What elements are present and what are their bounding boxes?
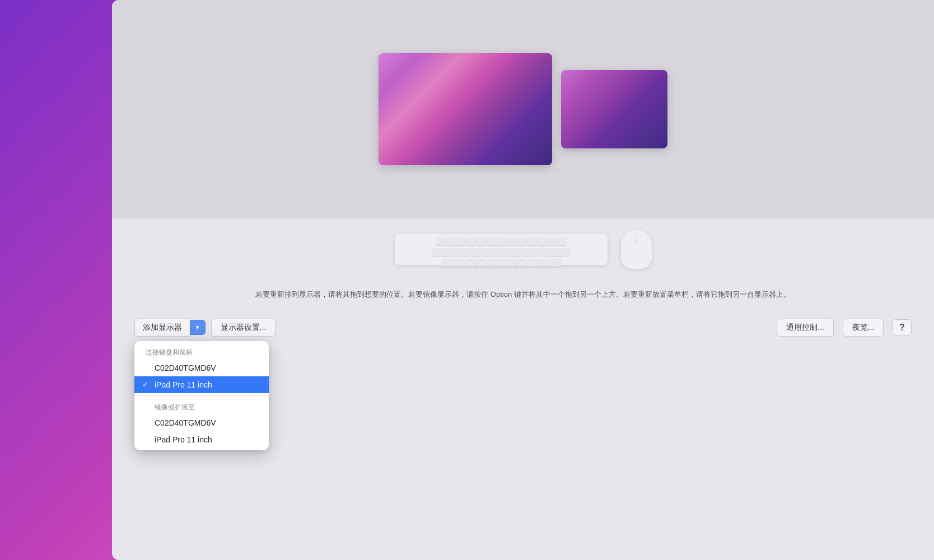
add-display-dropdown-button[interactable]: ▾ [190, 320, 206, 335]
key [482, 248, 491, 256]
toolbar: 添加显示器 ▾ 显示器设置... 通用控制... 夜览... ? 连接键盘和鼠标… [112, 312, 934, 343]
night-shift-button[interactable]: 夜览... [843, 319, 884, 337]
key [502, 248, 511, 256]
instruction-text: 若要重新排列显示器，请将其拖到想要的位置。若要镜像显示器，请按住 Option … [157, 289, 889, 301]
key [456, 237, 465, 245]
key [477, 237, 485, 245]
key [507, 259, 516, 267]
key [432, 248, 450, 256]
dropdown-divider [134, 395, 269, 396]
key [542, 248, 551, 256]
key [517, 259, 526, 267]
key [456, 259, 465, 267]
display-preview-area [112, 0, 934, 218]
add-display-button[interactable]: 添加显示器 [134, 319, 190, 337]
key [547, 259, 561, 267]
instruction-area: 若要重新排列显示器，请将其拖到想要的位置。若要镜像显示器，请按住 Option … [112, 280, 934, 312]
universal-control-button[interactable]: 通用控制... [777, 319, 833, 337]
mouse-icon [621, 230, 652, 269]
dropdown-item-ipad-pro-1[interactable]: iPad Pro 11 inch [134, 376, 269, 393]
key [527, 237, 536, 245]
dropdown-section1-header: 连接键盘和鼠标 [134, 343, 269, 360]
key [461, 248, 470, 256]
keyboard-icon [395, 234, 608, 265]
key [442, 259, 455, 267]
main-display-wallpaper [379, 53, 552, 165]
main-display-thumb[interactable] [379, 53, 552, 165]
key [497, 259, 506, 267]
dropdown-item-c02d1[interactable]: C02D40TGMD6V [134, 360, 269, 376]
key [451, 248, 460, 256]
dropdown-section2-header: 镜像或扩展至 [134, 398, 269, 414]
secondary-display-thumb[interactable] [561, 70, 667, 148]
key [517, 237, 526, 245]
key [446, 237, 455, 245]
key [436, 237, 445, 245]
key [492, 248, 501, 256]
secondary-display-wallpaper [561, 70, 667, 148]
key [487, 237, 496, 245]
key [512, 248, 521, 256]
dropdown-item-ipad-pro-2[interactable]: iPad Pro 11 inch [134, 431, 269, 448]
key [527, 259, 536, 267]
dropdown-menu: 连接键盘和鼠标 C02D40TGMD6V iPad Pro 11 inch 镜像… [134, 341, 269, 450]
key [537, 259, 546, 267]
display-settings-button[interactable]: 显示器设置... [211, 319, 275, 337]
key [466, 259, 475, 267]
key [522, 248, 531, 256]
key [471, 248, 480, 256]
key [547, 237, 556, 245]
settings-panel: 若要重新排列显示器，请将其拖到想要的位置。若要镜像显示器，请按住 Option … [112, 0, 934, 560]
add-display-group: 添加显示器 ▾ [134, 319, 206, 337]
key [466, 237, 475, 245]
help-button[interactable]: ? [893, 319, 912, 336]
key [552, 248, 570, 256]
keyboard-area [112, 218, 934, 280]
key [497, 237, 506, 245]
key [507, 237, 516, 245]
key [557, 237, 566, 245]
key [477, 259, 485, 267]
key [532, 248, 541, 256]
key [537, 237, 546, 245]
dropdown-item-c02d2[interactable]: C02D40TGMD6V [134, 414, 269, 431]
key [487, 259, 496, 267]
